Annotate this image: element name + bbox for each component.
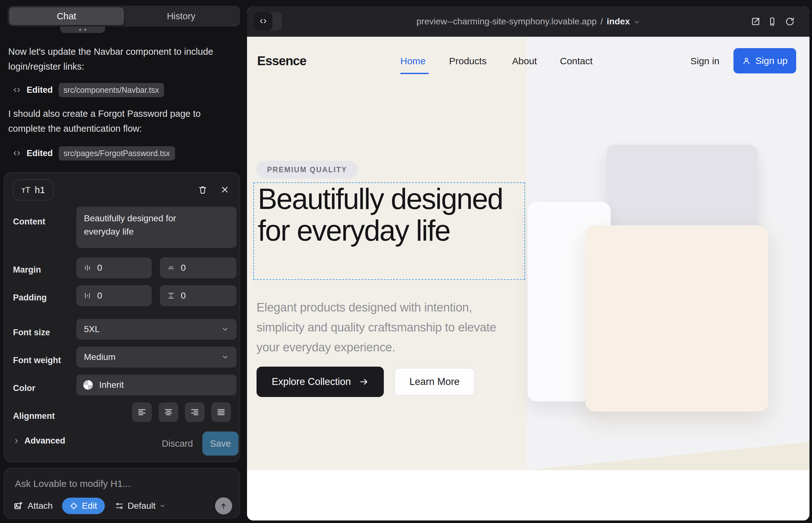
attach-button[interactable]: Attach — [14, 501, 53, 511]
nav-link-contact[interactable]: Contact — [560, 56, 593, 67]
advanced-label: Advanced — [24, 436, 65, 446]
hero-paragraph[interactable]: Elegant products designed with intention… — [257, 297, 513, 357]
nav-link-home[interactable]: Home — [400, 56, 426, 67]
edited-file-row[interactable]: Edited src/pages/ForgotPassword.tsx — [13, 145, 175, 161]
color-label: Color — [13, 383, 35, 393]
sliders-icon — [115, 502, 124, 510]
tab-chat[interactable]: Chat — [9, 7, 124, 25]
chat-sidebar: Chat History Now let's update the Navbar… — [0, 0, 246, 523]
font-size-select[interactable]: 5XL — [76, 319, 236, 340]
color-select[interactable]: Inherit — [76, 375, 236, 395]
prompt-composer: Ask Lovable to modify H1... Attach Edit — [4, 468, 240, 519]
url-page: index — [607, 16, 630, 26]
align-right-button[interactable] — [185, 402, 205, 422]
sign-in-link[interactable]: Sign in — [690, 56, 720, 67]
edit-label: Edit — [82, 501, 97, 511]
sign-up-label: Sign up — [755, 55, 788, 66]
padding-label: Padding — [13, 293, 47, 303]
close-panel-button[interactable] — [216, 181, 234, 198]
selected-element-tag-pill: тT h1 — [13, 180, 54, 200]
padding-y-input[interactable]: 0 — [160, 285, 236, 306]
hero-heading[interactable]: Beautifully designed for everyday life — [258, 183, 520, 246]
sign-up-button[interactable]: Sign up — [734, 48, 796, 73]
margin-label: Margin — [13, 265, 41, 275]
url-host: preview--charming-site-symphony.lovable.… — [417, 16, 597, 26]
trash-icon — [198, 185, 208, 194]
align-center-icon — [164, 408, 173, 417]
target-icon — [70, 502, 78, 510]
padding-horizontal-icon — [83, 292, 91, 300]
save-button[interactable]: Save — [202, 432, 239, 455]
margin-y-input[interactable]: 0 — [160, 257, 236, 278]
explore-collection-button[interactable]: Explore Collection — [257, 366, 384, 397]
nav-link-products[interactable]: Products — [449, 56, 487, 67]
chat-history-tab-bar: Chat History — [7, 6, 240, 26]
browser-chrome-bar: preview--charming-site-symphony.lovable.… — [247, 6, 810, 37]
user-icon — [742, 56, 751, 65]
learn-more-button[interactable]: Learn More — [394, 368, 475, 396]
decor-card-cream — [585, 226, 768, 412]
site-logo[interactable]: Essence — [257, 54, 306, 68]
font-weight-label: Font weight — [13, 356, 61, 365]
attach-image-icon — [14, 501, 23, 511]
chevron-right-icon — [13, 437, 20, 445]
explore-label: Explore Collection — [272, 376, 351, 387]
external-link-icon — [751, 16, 761, 26]
model-selector[interactable]: Default — [115, 501, 166, 511]
refresh-button[interactable] — [784, 16, 796, 27]
color-swatch-transparent — [83, 380, 93, 390]
element-editor-panel: тT h1 Content Beautifully designed for e… — [4, 172, 240, 462]
chevron-down-icon — [222, 353, 229, 361]
edited-file-badge[interactable]: src/components/Navbar.tsx — [58, 83, 164, 97]
attach-label: Attach — [28, 501, 53, 511]
align-justify-button[interactable] — [211, 402, 231, 422]
send-button[interactable] — [215, 497, 232, 515]
font-weight-value: Medium — [84, 352, 116, 362]
discard-button[interactable]: Discard — [160, 432, 195, 455]
active-nav-underline — [400, 73, 429, 74]
margin-x-value: 0 — [97, 263, 102, 273]
tab-history[interactable]: History — [124, 7, 239, 25]
padding-x-input[interactable]: 0 — [76, 285, 152, 306]
edit-mode-pill[interactable]: Edit — [62, 498, 105, 514]
margin-y-value: 0 — [181, 263, 186, 273]
alignment-label: Alignment — [13, 411, 55, 421]
refresh-icon — [785, 16, 795, 26]
align-right-icon — [190, 408, 199, 417]
content-label: Content — [13, 217, 45, 227]
chevron-down-icon — [159, 503, 166, 509]
edited-file-row[interactable]: Edited src/components/Navbar.tsx — [13, 82, 164, 98]
align-center-button[interactable] — [159, 402, 178, 422]
scrolled-cropped-pill — [60, 26, 105, 33]
composer-toolbar: Attach Edit Default — [14, 497, 232, 515]
edited-label: Edited — [27, 148, 53, 158]
url-bar[interactable]: preview--charming-site-symphony.lovable.… — [247, 6, 810, 37]
delete-element-button[interactable] — [194, 181, 212, 198]
assistant-message: I should also create a Forgot Password p… — [8, 106, 217, 136]
align-left-button[interactable] — [132, 402, 152, 422]
edited-label: Edited — [27, 85, 53, 95]
advanced-toggle[interactable]: Advanced — [13, 436, 65, 446]
smartphone-icon — [767, 17, 777, 26]
font-weight-select[interactable]: Medium — [76, 347, 236, 367]
nav-link-about[interactable]: About — [512, 56, 537, 67]
open-in-new-tab-button[interactable] — [750, 16, 761, 27]
element-tag: h1 — [35, 185, 45, 195]
preview-viewport: Essence Home Products About Contact Sign… — [247, 37, 810, 521]
edited-file-badge[interactable]: src/pages/ForgotPassword.tsx — [58, 146, 175, 161]
model-label: Default — [128, 501, 156, 511]
arrow-up-icon — [219, 502, 228, 510]
mobile-view-button[interactable] — [766, 16, 778, 27]
content-textarea[interactable]: Beautifully designed for everyday life — [76, 207, 236, 248]
type-icon: тT — [21, 185, 30, 195]
chevron-down-icon — [222, 325, 229, 333]
code-icon — [13, 149, 21, 157]
padding-y-value: 0 — [181, 291, 186, 301]
content-value: Beautifully designed for everyday life — [84, 212, 204, 238]
premium-quality-badge: PREMIUM QUALITY — [256, 161, 358, 179]
padding-vertical-icon — [167, 292, 175, 300]
chevron-down-icon — [634, 19, 640, 25]
font-size-value: 5XL — [84, 324, 100, 334]
margin-x-input[interactable]: 0 — [76, 257, 152, 278]
prompt-input[interactable]: Ask Lovable to modify H1... — [15, 479, 130, 489]
